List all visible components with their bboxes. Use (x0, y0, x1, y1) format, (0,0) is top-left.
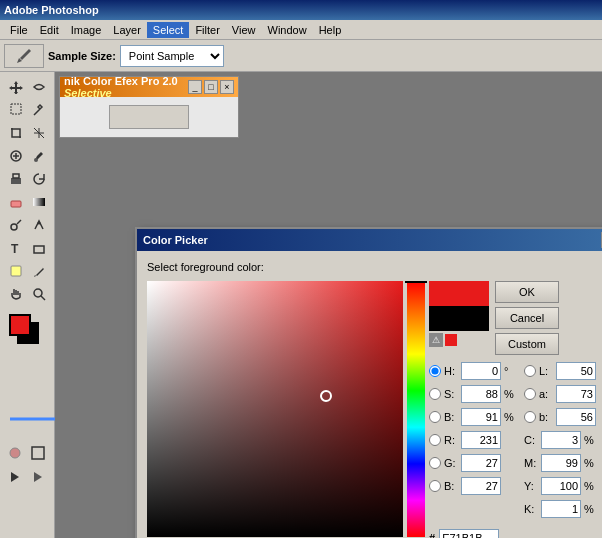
hsb-rgb-inputs: H: ° S: % (429, 361, 518, 519)
color-picker-title: Color Picker (143, 234, 208, 246)
ok-button[interactable]: OK (495, 281, 559, 303)
brightness-radio[interactable] (429, 411, 441, 423)
blue-label: B: (444, 480, 458, 492)
foreground-color-box[interactable] (9, 314, 31, 336)
text-tool[interactable]: T (5, 237, 27, 259)
a-radio[interactable] (524, 388, 536, 400)
black-label: K: (524, 503, 538, 515)
dodge-tool[interactable] (5, 214, 27, 236)
hex-label: # (429, 532, 435, 538)
shape-tool[interactable] (28, 237, 50, 259)
brush-tool[interactable] (28, 145, 50, 167)
history-brush-tool[interactable] (28, 168, 50, 190)
hue-slider[interactable] (407, 281, 425, 537)
green-radio[interactable] (429, 457, 441, 469)
dialog-top-right: ⚠ OK Cancel Custom (429, 281, 598, 355)
menu-window[interactable]: Window (262, 22, 313, 38)
magenta-input[interactable] (541, 454, 581, 472)
color-gradient-picker[interactable] (147, 281, 403, 537)
saturation-label: S: (444, 388, 458, 400)
b-lab-input[interactable] (556, 408, 596, 426)
custom-button[interactable]: Custom (495, 333, 559, 355)
app-title: Adobe Photoshop (4, 4, 99, 16)
extra-tools (4, 442, 49, 488)
color-preview-old (429, 306, 489, 331)
cyan-input-row: C: % (524, 430, 598, 450)
marquee-tool[interactable] (5, 99, 27, 121)
a-input-row: a: (524, 384, 598, 404)
nik-minimize-button[interactable]: _ (188, 80, 202, 94)
saturation-input[interactable] (461, 385, 501, 403)
black-input[interactable] (541, 500, 581, 518)
heal-tool[interactable] (5, 145, 27, 167)
quick-mask-tool[interactable] (4, 442, 26, 464)
red-radio[interactable] (429, 434, 441, 446)
menu-view[interactable]: View (226, 22, 262, 38)
nik-maximize-button[interactable]: □ (204, 80, 218, 94)
red-input[interactable] (461, 431, 501, 449)
menu-edit[interactable]: Edit (34, 22, 65, 38)
hue-input-row: H: ° (429, 361, 518, 381)
b-lab-radio[interactable] (524, 411, 536, 423)
l-input[interactable] (556, 362, 596, 380)
color-picker-title-bar: Color Picker ✕ (137, 229, 602, 251)
saturation-radio[interactable] (429, 388, 441, 400)
gradient-tool[interactable] (28, 191, 50, 213)
eyedropper-icon[interactable] (4, 44, 44, 68)
canvas-area: nik Color Efex Pro 2.0 Selective _ □ × C… (55, 72, 602, 538)
menu-file[interactable]: File (4, 22, 34, 38)
jump-to-imageready[interactable] (4, 466, 26, 488)
black-unit: % (584, 503, 598, 515)
svg-point-7 (11, 224, 17, 230)
hand-tool[interactable] (5, 283, 27, 305)
screen-mode-tool[interactable] (27, 442, 49, 464)
menu-select[interactable]: Select (147, 22, 190, 38)
hue-input[interactable] (461, 362, 501, 380)
cyan-input[interactable] (541, 431, 581, 449)
magic-wand-tool[interactable] (28, 99, 50, 121)
menu-help[interactable]: Help (313, 22, 348, 38)
cancel-button[interactable]: Cancel (495, 307, 559, 329)
nik-panel: nik Color Efex Pro 2.0 Selective _ □ × (59, 76, 239, 138)
eyedropper-tool[interactable] (28, 260, 50, 282)
color-preview-container: ⚠ (429, 281, 489, 355)
blue-radio[interactable] (429, 480, 441, 492)
brightness-label: B: (444, 411, 458, 423)
move-tool[interactable] (5, 76, 27, 98)
main-content: T (0, 72, 602, 538)
yellow-input[interactable] (541, 477, 581, 495)
menu-filter[interactable]: Filter (189, 22, 225, 38)
pen-tool[interactable] (28, 214, 50, 236)
menu-layer[interactable]: Layer (107, 22, 147, 38)
color-picker-dialog: Color Picker ✕ Select foreground color: (135, 227, 602, 538)
brightness-unit: % (504, 411, 518, 423)
l-radio[interactable] (524, 365, 536, 377)
hue-radio[interactable] (429, 365, 441, 377)
stamp-tool[interactable] (5, 168, 27, 190)
sample-size-select[interactable]: Point Sample 3 by 3 Average 5 by 5 Avera… (120, 45, 224, 67)
crop-tool[interactable] (5, 122, 27, 144)
blue-input[interactable] (461, 477, 501, 495)
hue-unit: ° (504, 365, 518, 377)
lab-cmyk-inputs: L: a: (524, 361, 598, 519)
nik-close-button[interactable]: × (220, 80, 234, 94)
slice-tool[interactable] (28, 122, 50, 144)
sample-size-label: Sample Size: (48, 50, 116, 62)
hue-slider-indicator (405, 281, 427, 284)
menu-image[interactable]: Image (65, 22, 108, 38)
brightness-input[interactable] (461, 408, 501, 426)
yellow-label: Y: (524, 480, 538, 492)
l-label: L: (539, 365, 553, 377)
eraser-tool[interactable] (5, 191, 27, 213)
gamut-icon: ⚠ (429, 333, 443, 347)
jump-to-imageready-2[interactable] (27, 466, 49, 488)
hex-input[interactable] (439, 529, 499, 538)
notes-tool[interactable] (5, 260, 27, 282)
lasso-tool[interactable] (28, 76, 50, 98)
svg-text:T: T (11, 242, 19, 255)
a-input[interactable] (556, 385, 596, 403)
color-picker-prompt: Select foreground color: (147, 261, 598, 273)
green-input[interactable] (461, 454, 501, 472)
magenta-input-row: M: % (524, 453, 598, 473)
zoom-tool[interactable] (28, 283, 50, 305)
